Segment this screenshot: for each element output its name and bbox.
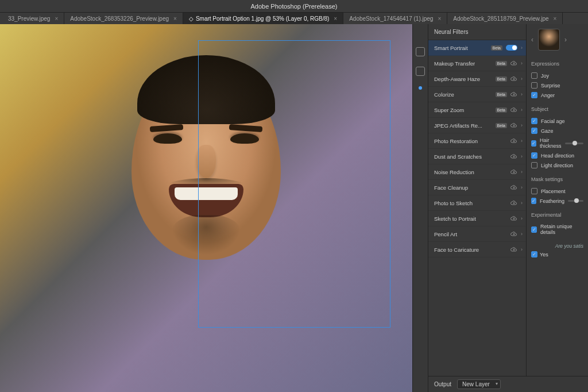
chevron-right-icon: ›: [521, 231, 523, 237]
filter-item[interactable]: Face Cleanup›: [428, 180, 526, 195]
canvas[interactable]: [0, 24, 412, 392]
subject-option[interactable]: ✓Hair thickness: [531, 137, 583, 149]
filter-item[interactable]: Super ZoomBeta›: [428, 102, 526, 118]
cloud-download-icon[interactable]: [510, 247, 517, 252]
option-label: Placement: [541, 189, 566, 194]
neural-filters-panel: Neural Filters Smart PortraitBeta›Makeup…: [428, 24, 588, 392]
face-prev-icon[interactable]: ‹: [531, 36, 533, 44]
cloud-download-icon[interactable]: [510, 76, 517, 82]
filter-name: Super Zoom: [434, 107, 496, 113]
cloud-download-icon[interactable]: [510, 185, 517, 190]
checkbox[interactable]: ✓: [531, 118, 537, 124]
expression-option[interactable]: Surprise: [531, 82, 583, 89]
cloud-download-icon[interactable]: [510, 200, 517, 206]
option-slider[interactable]: [565, 143, 583, 144]
filter-item[interactable]: Noise Reduction›: [428, 164, 526, 180]
checkbox[interactable]: ✓: [531, 128, 537, 134]
document-tab[interactable]: AdobeStock_268353226_Preview.jpeg×: [64, 13, 183, 24]
filter-name: Sketch to Portrait: [434, 216, 510, 222]
subject-option[interactable]: ✓Head direction: [531, 152, 583, 159]
checkbox[interactable]: ✓: [531, 140, 536, 147]
filter-toggle[interactable]: [506, 45, 517, 51]
chevron-right-icon: ›: [521, 200, 523, 206]
option-label: Feathering: [540, 198, 564, 204]
section-mask: Mask settings: [531, 176, 583, 182]
option-label: Joy: [541, 73, 549, 79]
active-indicator-dot: [419, 86, 422, 90]
output-dropdown[interactable]: New Layer: [457, 379, 501, 389]
cloud-download-icon[interactable]: [510, 231, 517, 237]
close-tab-icon[interactable]: ×: [438, 16, 441, 22]
cloud-download-icon[interactable]: [510, 122, 517, 128]
output-bar: Output New Layer: [428, 376, 588, 392]
beta-badge: Beta: [496, 61, 507, 66]
mask-option[interactable]: ✓Feathering: [531, 198, 583, 204]
chevron-right-icon: ›: [521, 60, 523, 66]
checkbox[interactable]: [531, 162, 537, 168]
document-tab[interactable]: ◇Smart Portrait Option 1.jpg @ 53% (Laye…: [183, 13, 343, 24]
filter-item[interactable]: ColorizeBeta›: [428, 87, 526, 102]
chevron-right-icon: ›: [521, 138, 523, 144]
filters-list-icon[interactable]: [416, 47, 425, 56]
chevron-right-icon: ›: [521, 247, 523, 252]
cloud-download-icon[interactable]: [510, 91, 517, 97]
checkbox[interactable]: ✓: [531, 226, 537, 233]
checkbox[interactable]: ✓: [531, 152, 537, 159]
face-selection-box[interactable]: [198, 40, 390, 328]
filter-name: Face Cleanup: [434, 185, 510, 191]
beta-badge: Beta: [491, 45, 502, 51]
document-tab[interactable]: 33_Preview.jpeg×: [2, 13, 64, 24]
option-slider[interactable]: [568, 200, 583, 202]
document-tab[interactable]: AdobeStock_174546417 (1).jpeg×: [343, 13, 447, 24]
subject-option[interactable]: Light direction: [531, 162, 583, 168]
cloud-download-icon[interactable]: [510, 138, 517, 144]
cloud-download-icon[interactable]: [510, 169, 517, 175]
face-next-icon[interactable]: ›: [564, 36, 567, 44]
experimental-option[interactable]: ✓Retain unique details: [531, 224, 583, 235]
filter-item[interactable]: Smart PortraitBeta›: [428, 40, 526, 56]
filter-item[interactable]: JPEG Artifacts Re...Beta›: [428, 118, 526, 133]
window-title: Adobe Photoshop (Prerelease): [0, 0, 588, 13]
filter-item[interactable]: Sketch to Portrait›: [428, 211, 526, 226]
panel-title: Neural Filters: [428, 24, 526, 40]
document-tab[interactable]: AdobeStock_285118759_Preview.jpe×: [447, 13, 563, 24]
chevron-right-icon: ›: [521, 153, 523, 159]
checkbox[interactable]: ✓: [531, 198, 536, 204]
filter-item[interactable]: Pencil Art›: [428, 226, 526, 242]
filter-name: Photo Restoration: [434, 138, 510, 144]
subject-option[interactable]: ✓Gaze: [531, 128, 583, 134]
filter-item[interactable]: Photo Restoration›: [428, 133, 526, 149]
filter-item[interactable]: Dust and Scratches›: [428, 149, 526, 164]
filter-name: Colorize: [434, 91, 496, 98]
feedback-prompt: Are you satis: [531, 243, 583, 249]
feedback-yes-button[interactable]: ✓ Yes: [531, 251, 583, 258]
close-tab-icon[interactable]: ×: [173, 16, 177, 22]
cloud-download-icon[interactable]: [510, 153, 517, 159]
cloud-download-icon[interactable]: [510, 107, 517, 113]
checkbox[interactable]: [531, 82, 537, 89]
expression-option[interactable]: Joy: [531, 72, 583, 79]
filter-item[interactable]: Makeup TransferBeta›: [428, 56, 526, 71]
panel-icon-strip: [412, 24, 428, 392]
filters-wait-icon[interactable]: [416, 67, 425, 76]
face-thumbnail[interactable]: [538, 29, 560, 51]
filter-item[interactable]: Depth-Aware HazeBeta›: [428, 71, 526, 87]
expression-option[interactable]: ✓Anger: [531, 92, 583, 98]
checkbox[interactable]: [531, 72, 537, 79]
filter-item[interactable]: Photo to Sketch›: [428, 195, 526, 211]
close-tab-icon[interactable]: ×: [55, 16, 58, 22]
subject-option[interactable]: ✓Facial age: [531, 118, 583, 124]
cloud-download-icon[interactable]: [510, 216, 517, 221]
filter-item[interactable]: Face to Caricature›: [428, 242, 526, 258]
mask-option[interactable]: Placement: [531, 188, 583, 194]
option-label: Head direction: [541, 153, 574, 159]
document-tabs: 33_Preview.jpeg×AdobeStock_268353226_Pre…: [0, 13, 588, 24]
option-label: Facial age: [541, 118, 565, 124]
option-label: Light direction: [541, 163, 573, 168]
beta-badge: Beta: [496, 76, 507, 82]
close-tab-icon[interactable]: ×: [334, 16, 337, 22]
cloud-download-icon[interactable]: [510, 60, 517, 66]
close-tab-icon[interactable]: ×: [554, 16, 557, 22]
checkbox[interactable]: ✓: [531, 92, 537, 98]
checkbox[interactable]: [531, 188, 537, 194]
